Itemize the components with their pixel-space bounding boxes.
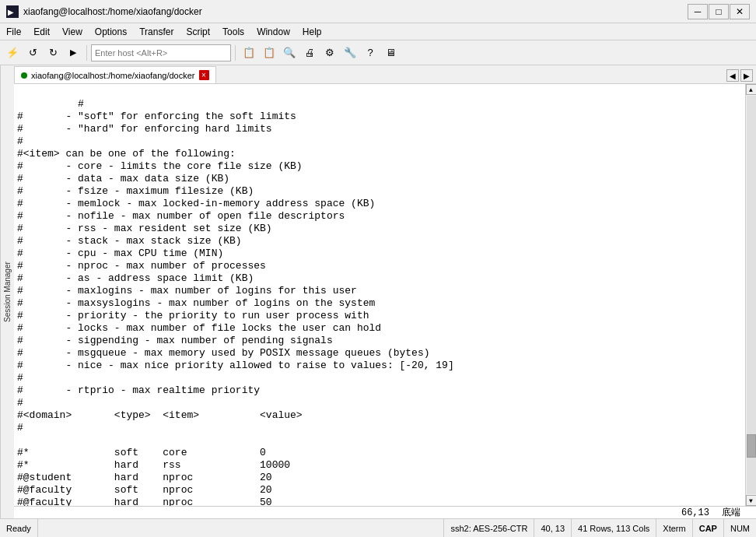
title-text: xiaofang@localhost:/home/xiaofang/docker: [23, 6, 688, 17]
toolbar-undo[interactable]: ↺: [23, 44, 42, 62]
status-position: 40, 13: [534, 519, 571, 537]
tab-terminal[interactable]: xiaofang@localhost:/home/xiaofang/docker…: [14, 66, 216, 83]
session-manager-sidebar[interactable]: Session Manager: [0, 65, 14, 518]
toolbar-copy[interactable]: 📋: [240, 44, 258, 62]
main-area: Session Manager xiaofang@localhost:/home…: [0, 65, 756, 518]
cursor-label: 底端: [722, 506, 740, 518]
status-ssh: ssh2: AES-256-CTR: [443, 519, 534, 537]
status-cap: CAP: [692, 519, 723, 537]
status-terminal-type: Xterm: [656, 519, 691, 537]
scroll-track: [747, 96, 756, 494]
toolbar-redo[interactable]: ↻: [44, 44, 62, 62]
menu-transfer[interactable]: Transfer: [133, 25, 180, 39]
title-icon: ▶: [6, 5, 19, 18]
terminal-content[interactable]: # # - "soft" for enforcing the soft limi…: [14, 84, 745, 506]
menu-options[interactable]: Options: [89, 25, 133, 39]
status-bar: Ready ssh2: AES-256-CTR 40, 13 41 Rows, …: [0, 518, 756, 537]
tab-nav: ◀ ▶: [726, 69, 756, 83]
toolbar-print[interactable]: 🖨: [300, 44, 319, 62]
toolbar: ⚡ ↺ ↻ ▶ 📋 📋 🔍 🖨 ⚙ 🔧 ? 🖥: [0, 40, 756, 65]
close-button[interactable]: ✕: [730, 4, 750, 19]
status-num: NUM: [723, 519, 756, 537]
menu-view[interactable]: View: [56, 25, 89, 39]
cursor-position-bar: 66,13 底端: [14, 506, 756, 518]
toolbar-help[interactable]: ?: [361, 44, 380, 62]
tab-prev-button[interactable]: ◀: [726, 69, 739, 82]
terminal-line-1: # # - "soft" for enforcing the soft limi…: [17, 98, 454, 506]
menu-help[interactable]: Help: [296, 25, 328, 39]
toolbar-paste[interactable]: 📋: [260, 44, 278, 62]
toolbar-lightning[interactable]: ⚡: [3, 44, 22, 62]
menu-file[interactable]: File: [0, 25, 27, 39]
toolbar-wrench[interactable]: 🔧: [341, 44, 359, 62]
minimize-button[interactable]: ─: [688, 4, 708, 19]
menu-window[interactable]: Window: [250, 25, 296, 39]
status-ready: Ready: [0, 519, 38, 537]
menu-tools[interactable]: Tools: [216, 25, 250, 39]
title-bar: ▶ xiaofang@localhost:/home/xiaofang/dock…: [0, 0, 756, 23]
toolbar-separator-2: [235, 45, 236, 61]
cursor-position: 66,13: [681, 507, 709, 518]
window-controls: ─ □ ✕: [688, 4, 750, 19]
session-manager-label: Session Manager: [3, 261, 12, 322]
svg-text:▶: ▶: [8, 8, 14, 16]
tab-container: xiaofang@localhost:/home/xiaofang/docker…: [14, 65, 756, 518]
tab-status-dot: [21, 72, 27, 79]
menu-edit[interactable]: Edit: [27, 25, 56, 39]
toolbar-separator-1: [86, 45, 87, 61]
host-input[interactable]: [91, 44, 231, 61]
tab-next-button[interactable]: ▶: [740, 69, 753, 82]
scroll-down-arrow[interactable]: ▼: [746, 495, 757, 506]
toolbar-settings[interactable]: ⚙: [320, 44, 339, 62]
maximize-button[interactable]: □: [709, 4, 729, 19]
menu-bar: File Edit View Options Transfer Script T…: [0, 23, 756, 40]
scroll-thumb[interactable]: [747, 434, 756, 458]
tab-close-button[interactable]: ×: [199, 70, 209, 80]
toolbar-play[interactable]: ▶: [64, 44, 82, 62]
scrollbar-vertical[interactable]: ▲ ▼: [745, 84, 756, 506]
toolbar-find[interactable]: 🔍: [280, 44, 299, 62]
tab-label: xiaofang@localhost:/home/xiaofang/docker: [31, 71, 195, 80]
tab-bar: xiaofang@localhost:/home/xiaofang/docker…: [14, 65, 756, 84]
terminal-area: # # - "soft" for enforcing the soft limi…: [14, 84, 756, 506]
toolbar-monitor[interactable]: 🖥: [381, 44, 400, 62]
menu-script[interactable]: Script: [180, 25, 216, 39]
scroll-up-arrow[interactable]: ▲: [746, 84, 757, 95]
status-rows-cols: 41 Rows, 113 Cols: [571, 519, 656, 537]
